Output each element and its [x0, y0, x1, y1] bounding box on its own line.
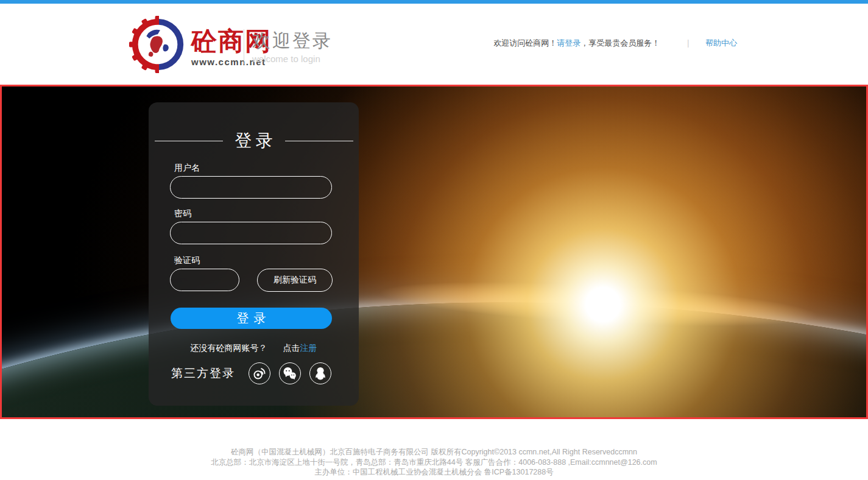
notice-divider: ｜	[684, 38, 692, 49]
third-party-label: 第三方登录	[171, 362, 235, 384]
register-row: 还没有砼商网账号？ 点击 注册	[149, 343, 359, 354]
help-center-link[interactable]: 帮助中心	[705, 38, 737, 49]
login-title: 登录	[235, 129, 277, 152]
please-login-link[interactable]: 请登录	[557, 38, 580, 49]
captcha-input[interactable]	[170, 269, 239, 291]
click-text: 点击	[283, 343, 300, 354]
page-subtitle: welcome to login	[252, 54, 333, 64]
third-party-login-row: 第三方登录	[171, 362, 340, 384]
qq-login-button[interactable]	[309, 362, 331, 384]
login-panel: 登录 用户名 密码 验证码 刷新验证码 登录 还没有砼商网账号？ 点击 注册 第…	[149, 102, 359, 406]
login-title-row: 登录	[149, 129, 359, 152]
captcha-label: 验证码	[174, 255, 200, 266]
username-input[interactable]	[170, 176, 332, 199]
header-divider	[244, 29, 244, 65]
password-input[interactable]	[170, 222, 332, 244]
weibo-icon	[251, 365, 268, 382]
title-line-right	[285, 141, 353, 141]
footer-contact-line: 北京总部：北京市海淀区上地十街一号院，青岛总部：青岛市重庆北路44号 客服广告合…	[0, 457, 868, 468]
wechat-icon	[281, 365, 298, 382]
hero-banner: 登录 用户名 密码 验证码 刷新验证码 登录 还没有砼商网账号？ 点击 注册 第…	[0, 85, 868, 419]
register-link[interactable]: 注册	[300, 343, 317, 354]
refresh-captcha-button[interactable]: 刷新验证码	[257, 269, 333, 292]
header-notice-bar: 欢迎访问砼商网！ 请登录 ，享受最贵会员服务！ ｜ 帮助中心	[493, 38, 737, 49]
footer: 砼商网（中国混凝土机械网）北京百施特电子商务有限公司 版权所有Copyright…	[0, 447, 868, 478]
login-button[interactable]: 登录	[171, 308, 332, 329]
password-label: 密码	[174, 208, 191, 219]
footer-organizer-line: 主办单位：中国工程机械工业协会混凝土机械分会 鲁ICP备13017288号	[0, 467, 868, 478]
header: 砼商网 www.ccmn.net 欢迎登录 welcome to login 欢…	[0, 4, 868, 85]
page-title: 欢迎登录	[252, 30, 333, 51]
visit-notice-prefix: 欢迎访问砼商网！	[493, 38, 557, 49]
gear-globe-logo-icon	[128, 15, 188, 74]
footer-copyright-line: 砼商网（中国混凝土机械网）北京百施特电子商务有限公司 版权所有Copyright…	[0, 447, 868, 457]
wechat-login-button[interactable]	[279, 362, 301, 384]
weibo-login-button[interactable]	[249, 362, 270, 384]
site-logo[interactable]: 砼商网 www.ccmn.net	[128, 15, 272, 74]
login-page: 砼商网 www.ccmn.net 欢迎登录 welcome to login 欢…	[0, 0, 868, 480]
qq-icon	[312, 365, 329, 382]
visit-notice-suffix: ，享受最贵会员服务！	[580, 38, 660, 49]
username-label: 用户名	[174, 163, 200, 174]
title-line-left	[155, 141, 223, 141]
no-account-text: 还没有砼商网账号？	[191, 343, 267, 354]
